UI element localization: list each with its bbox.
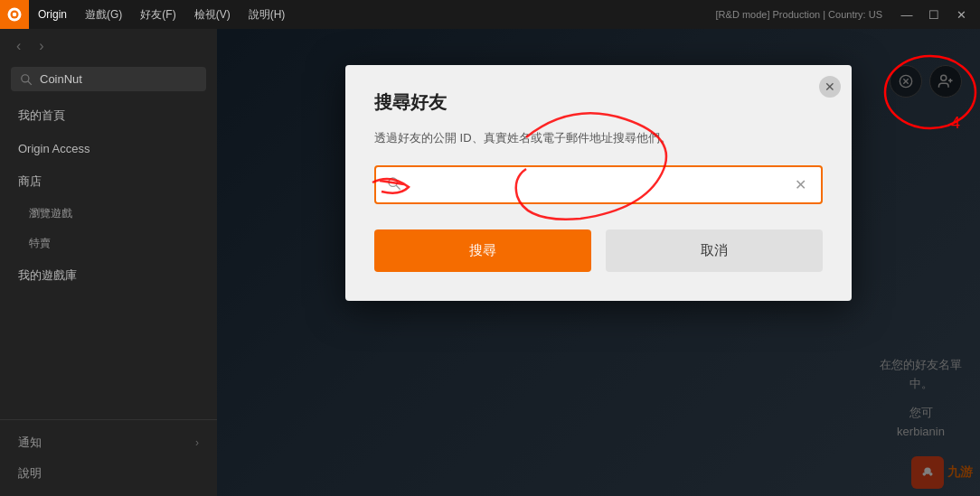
sidebar-item-library[interactable]: 我的遊戲庫 xyxy=(0,258,217,293)
dialog-actions: 搜尋 取消 xyxy=(374,229,823,272)
sidebar: ‹ › 我的首頁 Origin Access 商店 瀏覽遊戲 特賣 我的遊戲庫 … xyxy=(0,29,217,496)
menu-friends[interactable]: 好友(F) xyxy=(131,0,184,29)
maximize-button[interactable]: ☐ xyxy=(922,5,946,24)
menu-view[interactable]: 檢視(V) xyxy=(185,0,240,29)
rd-mode-info: [R&D mode] Production | Country: US xyxy=(716,9,882,20)
svg-point-14 xyxy=(389,178,397,186)
title-bar-right: [R&D mode] Production | Country: US — ☐ … xyxy=(716,5,980,24)
dialog-clear-button[interactable]: ✕ xyxy=(791,174,810,195)
modal-overlay: ✕ 搜尋好友 透過好友的公開 ID、真實姓名或電子郵件地址搜尋他們。 ✕ 搜尋 xyxy=(217,29,980,496)
search-icon xyxy=(20,73,33,86)
minimize-button[interactable]: — xyxy=(895,5,919,24)
sidebar-bottom: 通知 › 說明 xyxy=(0,419,217,496)
back-arrow[interactable]: ‹ xyxy=(11,36,26,56)
search-button[interactable]: 搜尋 xyxy=(374,229,591,272)
svg-line-4 xyxy=(28,80,32,84)
origin-logo xyxy=(0,0,29,29)
nav-arrows: ‹ › xyxy=(0,29,217,63)
search-input[interactable] xyxy=(40,72,197,86)
notifications-arrow: › xyxy=(195,436,199,449)
sidebar-item-notifications[interactable]: 通知 › xyxy=(0,427,217,458)
svg-point-3 xyxy=(22,74,29,81)
dialog-close-button[interactable]: ✕ xyxy=(819,76,841,98)
svg-point-2 xyxy=(13,13,17,17)
sidebar-item-help-bottom[interactable]: 說明 xyxy=(0,458,217,489)
dialog-title: 搜尋好友 xyxy=(374,90,823,115)
dialog-search-input[interactable] xyxy=(409,177,791,192)
svg-line-15 xyxy=(396,185,400,190)
search-friend-dialog: ✕ 搜尋好友 透過好友的公開 ID、真實姓名或電子郵件地址搜尋他們。 ✕ 搜尋 xyxy=(345,65,852,301)
dialog-search-row: ✕ xyxy=(374,165,823,204)
menu-games[interactable]: 遊戲(G) xyxy=(76,0,131,29)
menu-bar: Origin 遊戲(G) 好友(F) 檢視(V) 說明(H) xyxy=(29,0,716,29)
sidebar-item-store[interactable]: 商店 xyxy=(0,164,217,199)
title-bar: Origin 遊戲(G) 好友(F) 檢視(V) 說明(H) [R&D mode… xyxy=(0,0,980,29)
help-label: 說明 xyxy=(18,465,42,482)
forward-arrow[interactable]: › xyxy=(33,36,49,56)
sidebar-menu: 我的首頁 Origin Access 商店 瀏覽遊戲 特賣 我的遊戲庫 xyxy=(0,98,217,419)
sidebar-item-home[interactable]: 我的首頁 xyxy=(0,98,217,133)
close-button[interactable]: ✕ xyxy=(949,5,973,24)
sidebar-search-box[interactable] xyxy=(11,67,206,91)
sidebar-item-sale[interactable]: 特賣 xyxy=(0,229,217,258)
sidebar-item-browse[interactable]: 瀏覽遊戲 xyxy=(0,199,217,229)
cancel-button[interactable]: 取消 xyxy=(606,229,823,272)
menu-origin[interactable]: Origin xyxy=(29,0,76,29)
app-body: ‹ › 我的首頁 Origin Access 商店 瀏覽遊戲 特賣 我的遊戲庫 … xyxy=(0,29,980,496)
sidebar-item-access[interactable]: Origin Access xyxy=(0,133,217,164)
menu-help[interactable]: 說明(H) xyxy=(240,0,295,29)
main-content: 在您的好友名單 中。 您可 kerbianin 九游 ✕ 搜尋好友 透過好友的公… xyxy=(217,29,980,496)
dialog-search-icon xyxy=(387,176,401,193)
dialog-description: 透過好友的公開 ID、真實姓名或電子郵件地址搜尋他們。 xyxy=(374,129,823,147)
notifications-label: 通知 xyxy=(18,435,42,451)
